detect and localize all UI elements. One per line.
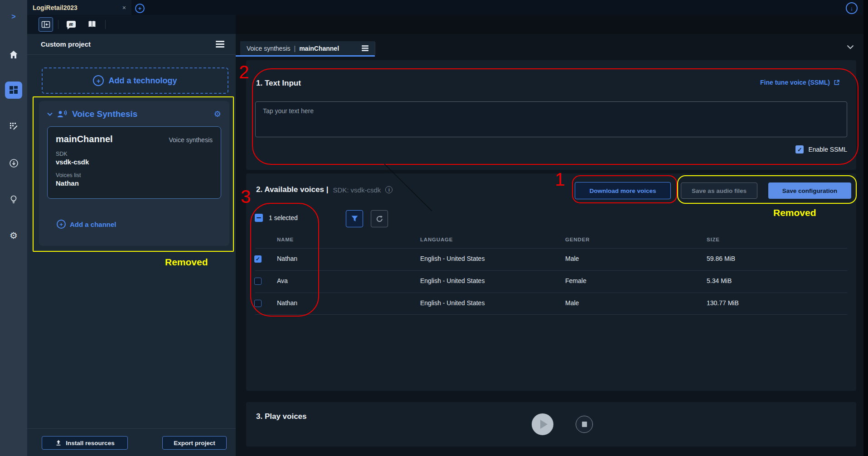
- download-more-voices-button[interactable]: Download more voices: [575, 182, 671, 199]
- plus-circle-icon: +: [135, 4, 145, 13]
- voice-name: Ava: [277, 277, 288, 284]
- row-checkbox-unchecked[interactable]: [254, 278, 262, 285]
- toggle-sidebar-button[interactable]: [39, 17, 53, 32]
- channel-type-label: Voice synthesis: [169, 136, 213, 144]
- hamburger-menu-icon[interactable]: [216, 39, 224, 49]
- gear-icon: ⚙: [10, 230, 18, 241]
- channel-tab-menu-icon[interactable]: [362, 44, 369, 53]
- sdk-label: SDK: [56, 151, 213, 157]
- voice-size: 130.77 MiB: [707, 299, 739, 307]
- add-technology-label: Add a technology: [108, 76, 177, 86]
- channel-tab-name: mainChannel: [299, 45, 339, 52]
- voice-gender: Male: [565, 255, 579, 262]
- channel-tab[interactable]: Voice synthesis | mainChannel: [240, 41, 375, 55]
- chevron-right-icon: >: [11, 13, 15, 21]
- row-checkbox-checked[interactable]: [254, 255, 262, 263]
- install-resources-button[interactable]: Install resources: [42, 436, 128, 450]
- active-tab-underline: [236, 55, 375, 57]
- external-link-icon: [834, 79, 840, 86]
- info-icon[interactable]: i: [385, 186, 393, 193]
- enable-ssml-row: Enable SSML: [795, 145, 847, 154]
- filter-funnel-icon: [351, 215, 359, 222]
- close-tab-icon[interactable]: ×: [122, 4, 126, 11]
- dashboard-button-active[interactable]: [5, 82, 22, 99]
- ae-glyph: æ: [69, 21, 73, 27]
- add-channel-button[interactable]: + Add a channel: [57, 220, 116, 229]
- save-as-audio-files-label: Save as audio files: [692, 187, 747, 194]
- stop-icon: [582, 422, 587, 427]
- save-as-audio-files-button[interactable]: Save as audio files: [681, 182, 757, 199]
- voice-synthesis-title: Voice Synthesis: [72, 109, 137, 119]
- play-voices-title: 3. Play voices: [256, 412, 307, 421]
- voice-name: Nathan: [277, 255, 297, 262]
- enable-ssml-checkbox[interactable]: [795, 145, 804, 154]
- table-row[interactable]: Nathan English - United States Male 59.8…: [246, 248, 856, 270]
- play-voices-section: 3. Play voices: [246, 402, 856, 446]
- home-icon: [9, 50, 18, 59]
- channel-card[interactable]: mainChannel Voice synthesis SDK vsdk-csd…: [47, 126, 221, 199]
- upload-icon: [55, 439, 62, 446]
- export-project-button[interactable]: Export project: [162, 436, 227, 450]
- phoneme-tool-button[interactable]: æ: [64, 17, 78, 31]
- channel-name: mainChannel: [56, 134, 113, 144]
- voice-language: English - United States: [420, 277, 485, 284]
- available-voices-header: 2. Available voices | SDK: vsdk-csdk i: [256, 185, 393, 194]
- stop-button[interactable]: [576, 416, 593, 433]
- settings-button[interactable]: ⚙: [0, 226, 27, 245]
- play-icon: [540, 420, 548, 429]
- column-header-name: NAME: [277, 237, 294, 242]
- voices-list-label: Voices list: [56, 172, 213, 178]
- select-all-checkbox[interactable]: [255, 214, 263, 222]
- dashboard-grid-icon: [8, 85, 19, 96]
- new-tab-button[interactable]: +: [135, 4, 145, 13]
- refresh-icon: [376, 215, 383, 223]
- design-button[interactable]: [0, 117, 27, 135]
- available-voices-title: 2. Available voices |: [256, 185, 328, 194]
- home-button[interactable]: [0, 45, 27, 63]
- phoneme-bubble-icon: æ: [67, 21, 76, 28]
- project-panel: Custom project + Add a technology Voice …: [27, 34, 236, 456]
- dictionary-tool-button[interactable]: [85, 17, 99, 31]
- play-button[interactable]: [532, 413, 553, 435]
- row-checkbox-unchecked[interactable]: [254, 300, 262, 307]
- add-technology-button[interactable]: + Add a technology: [42, 67, 228, 94]
- book-icon: [87, 20, 97, 29]
- column-header-gender: GENDER: [565, 237, 590, 242]
- toolbar-divider: [58, 20, 58, 29]
- table-row[interactable]: Ava English - United States Female 5.34 …: [246, 270, 856, 293]
- gear-icon[interactable]: ⚙: [214, 109, 221, 119]
- voice-synthesis-header[interactable]: Voice Synthesis ⚙: [47, 109, 221, 119]
- selected-count-label: 1 selected: [269, 214, 298, 221]
- voice-language: English - United States: [420, 255, 485, 262]
- downloads-button[interactable]: [0, 154, 27, 172]
- column-header-language: LANGUAGE: [420, 237, 453, 242]
- tips-button[interactable]: [0, 190, 27, 208]
- panel-title: Custom project: [41, 40, 91, 48]
- download-circle-icon: [9, 158, 19, 168]
- app-window: >: [0, 0, 868, 456]
- project-tab[interactable]: LogiRetail2023 ×: [27, 0, 131, 15]
- channel-tab-prefix: Voice synthesis: [247, 45, 291, 52]
- toolbar-spacer: [236, 15, 868, 34]
- toolbar-divider: [105, 20, 106, 29]
- lightbulb-icon: [9, 195, 18, 204]
- filter-button[interactable]: [346, 210, 363, 227]
- download-project-button[interactable]: ↓: [846, 2, 858, 14]
- voice-name: Nathan: [277, 299, 297, 307]
- scrollbar-track[interactable]: [863, 0, 868, 456]
- chevron-down-icon: [847, 45, 854, 49]
- text-input-title: 1. Text Input: [256, 79, 301, 88]
- fine-tune-voice-link[interactable]: Fine tune voice (SSML): [760, 79, 840, 86]
- toolbar: æ: [27, 15, 236, 34]
- table-row[interactable]: Nathan English - United States Male 130.…: [246, 293, 856, 315]
- main-area: Voice synthesis | mainChannel 1. Text In…: [236, 34, 868, 456]
- save-configuration-button[interactable]: Save configuration: [768, 182, 851, 199]
- available-voices-section: 2. Available voices | SDK: vsdk-csdk i D…: [246, 173, 856, 391]
- window-tab-strip: LogiRetail2023 × + ↓: [27, 0, 868, 15]
- text-input-field[interactable]: [255, 101, 847, 137]
- plus-circle-icon: +: [57, 220, 66, 229]
- expand-rail-button[interactable]: >: [0, 8, 27, 26]
- refresh-button[interactable]: [371, 210, 388, 227]
- collapse-panel-button[interactable]: [847, 45, 854, 49]
- plus-circle-icon: +: [93, 75, 104, 86]
